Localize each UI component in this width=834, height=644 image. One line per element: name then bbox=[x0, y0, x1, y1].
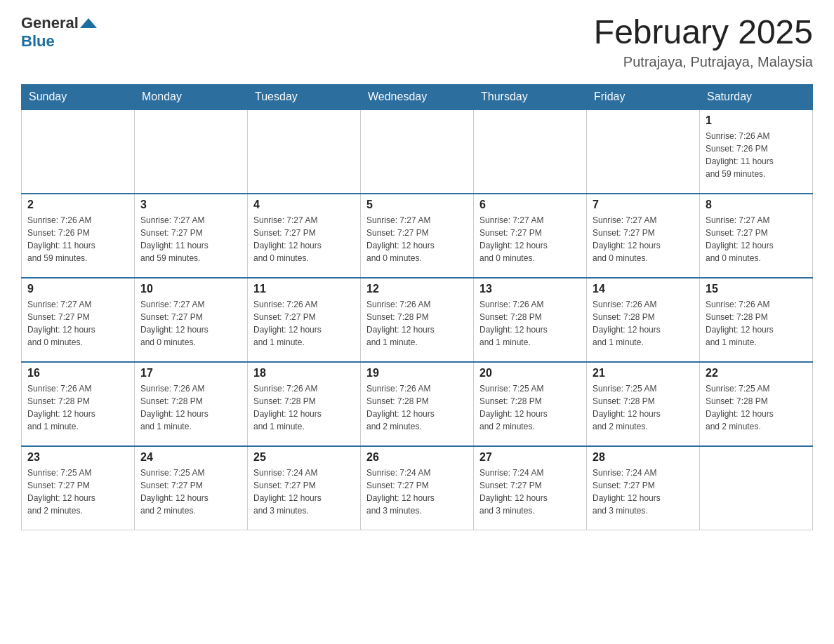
day-number: 21 bbox=[593, 367, 694, 380]
calendar-cell: 11Sunrise: 7:26 AMSunset: 7:27 PMDayligh… bbox=[248, 278, 361, 362]
calendar-cell: 6Sunrise: 7:27 AMSunset: 7:27 PMDaylight… bbox=[474, 194, 587, 278]
calendar-cell: 26Sunrise: 7:24 AMSunset: 7:27 PMDayligh… bbox=[361, 446, 474, 530]
day-info: Sunrise: 7:24 AMSunset: 7:27 PMDaylight:… bbox=[593, 467, 694, 517]
calendar-cell: 17Sunrise: 7:26 AMSunset: 7:28 PMDayligh… bbox=[135, 362, 248, 446]
day-number: 8 bbox=[706, 199, 807, 211]
page-title: February 2025 bbox=[594, 14, 813, 51]
column-header-monday: Monday bbox=[135, 84, 248, 109]
day-info: Sunrise: 7:27 AMSunset: 7:27 PMDaylight:… bbox=[27, 298, 128, 349]
calendar-header-row: SundayMondayTuesdayWednesdayThursdayFrid… bbox=[22, 84, 813, 109]
day-number: 6 bbox=[479, 199, 581, 211]
calendar-cell: 21Sunrise: 7:25 AMSunset: 7:28 PMDayligh… bbox=[587, 362, 700, 446]
calendar-cell: 14Sunrise: 7:26 AMSunset: 7:28 PMDayligh… bbox=[587, 278, 700, 362]
day-number: 26 bbox=[366, 451, 468, 464]
column-header-thursday: Thursday bbox=[474, 84, 587, 109]
calendar-cell: 27Sunrise: 7:24 AMSunset: 7:27 PMDayligh… bbox=[474, 446, 587, 530]
day-number: 22 bbox=[706, 367, 807, 380]
header: General Blue February 2025 Putrajaya, Pu… bbox=[21, 14, 813, 70]
day-number: 5 bbox=[366, 199, 468, 211]
subtitle: Putrajaya, Putrajaya, Malaysia bbox=[594, 54, 813, 70]
day-info: Sunrise: 7:26 AMSunset: 7:28 PMDaylight:… bbox=[27, 382, 128, 433]
day-number: 19 bbox=[366, 367, 468, 380]
day-info: Sunrise: 7:26 AMSunset: 7:26 PMDaylight:… bbox=[706, 130, 807, 180]
calendar-cell: 9Sunrise: 7:27 AMSunset: 7:27 PMDaylight… bbox=[22, 278, 135, 362]
day-info: Sunrise: 7:26 AMSunset: 7:28 PMDaylight:… bbox=[366, 298, 468, 349]
week-row-2: 2Sunrise: 7:26 AMSunset: 7:26 PMDaylight… bbox=[22, 194, 813, 278]
calendar-cell: 5Sunrise: 7:27 AMSunset: 7:27 PMDaylight… bbox=[361, 194, 474, 278]
day-info: Sunrise: 7:24 AMSunset: 7:27 PMDaylight:… bbox=[479, 467, 581, 517]
calendar-cell: 16Sunrise: 7:26 AMSunset: 7:28 PMDayligh… bbox=[22, 362, 135, 446]
calendar-cell bbox=[587, 109, 700, 194]
calendar-cell: 22Sunrise: 7:25 AMSunset: 7:28 PMDayligh… bbox=[700, 362, 813, 446]
column-header-wednesday: Wednesday bbox=[361, 84, 474, 109]
day-number: 25 bbox=[253, 451, 355, 464]
day-info: Sunrise: 7:24 AMSunset: 7:27 PMDaylight:… bbox=[366, 467, 468, 517]
calendar-cell: 23Sunrise: 7:25 AMSunset: 7:27 PMDayligh… bbox=[22, 446, 135, 530]
calendar-cell bbox=[700, 446, 813, 530]
calendar-cell: 15Sunrise: 7:26 AMSunset: 7:28 PMDayligh… bbox=[700, 278, 813, 362]
day-number: 28 bbox=[593, 451, 694, 464]
day-number: 1 bbox=[706, 114, 807, 127]
logo-general: General bbox=[21, 14, 79, 32]
day-info: Sunrise: 7:26 AMSunset: 7:28 PMDaylight:… bbox=[366, 382, 468, 433]
week-row-5: 23Sunrise: 7:25 AMSunset: 7:27 PMDayligh… bbox=[22, 446, 813, 530]
day-number: 20 bbox=[479, 367, 581, 380]
week-row-1: 1Sunrise: 7:26 AMSunset: 7:26 PMDaylight… bbox=[22, 109, 813, 194]
calendar-cell: 7Sunrise: 7:27 AMSunset: 7:27 PMDaylight… bbox=[587, 194, 700, 278]
title-area: February 2025 Putrajaya, Putrajaya, Mala… bbox=[594, 14, 813, 70]
day-info: Sunrise: 7:27 AMSunset: 7:27 PMDaylight:… bbox=[479, 214, 581, 264]
week-row-4: 16Sunrise: 7:26 AMSunset: 7:28 PMDayligh… bbox=[22, 362, 813, 446]
day-number: 24 bbox=[140, 451, 241, 464]
day-info: Sunrise: 7:25 AMSunset: 7:28 PMDaylight:… bbox=[593, 382, 694, 433]
day-info: Sunrise: 7:27 AMSunset: 7:27 PMDaylight:… bbox=[706, 214, 807, 264]
logo: General Blue bbox=[21, 14, 97, 51]
calendar-cell: 3Sunrise: 7:27 AMSunset: 7:27 PMDaylight… bbox=[135, 194, 248, 278]
calendar-cell: 24Sunrise: 7:25 AMSunset: 7:27 PMDayligh… bbox=[135, 446, 248, 530]
day-info: Sunrise: 7:26 AMSunset: 7:27 PMDaylight:… bbox=[253, 298, 355, 349]
day-info: Sunrise: 7:27 AMSunset: 7:27 PMDaylight:… bbox=[366, 214, 468, 264]
day-info: Sunrise: 7:25 AMSunset: 7:27 PMDaylight:… bbox=[27, 467, 128, 517]
day-number: 18 bbox=[253, 367, 355, 380]
day-number: 12 bbox=[366, 283, 468, 295]
day-number: 10 bbox=[140, 283, 241, 295]
day-number: 27 bbox=[479, 451, 581, 464]
calendar-cell: 18Sunrise: 7:26 AMSunset: 7:28 PMDayligh… bbox=[248, 362, 361, 446]
column-header-tuesday: Tuesday bbox=[248, 84, 361, 109]
day-info: Sunrise: 7:26 AMSunset: 7:26 PMDaylight:… bbox=[27, 214, 128, 264]
column-header-saturday: Saturday bbox=[700, 84, 813, 109]
day-info: Sunrise: 7:27 AMSunset: 7:27 PMDaylight:… bbox=[593, 214, 694, 264]
column-header-sunday: Sunday bbox=[22, 84, 135, 109]
calendar-cell: 20Sunrise: 7:25 AMSunset: 7:28 PMDayligh… bbox=[474, 362, 587, 446]
day-number: 15 bbox=[706, 283, 807, 295]
calendar-cell: 12Sunrise: 7:26 AMSunset: 7:28 PMDayligh… bbox=[361, 278, 474, 362]
day-info: Sunrise: 7:26 AMSunset: 7:28 PMDaylight:… bbox=[140, 382, 241, 433]
day-number: 14 bbox=[593, 283, 694, 295]
calendar-cell: 28Sunrise: 7:24 AMSunset: 7:27 PMDayligh… bbox=[587, 446, 700, 530]
day-number: 2 bbox=[27, 199, 128, 211]
day-number: 13 bbox=[479, 283, 581, 295]
calendar-cell: 2Sunrise: 7:26 AMSunset: 7:26 PMDaylight… bbox=[22, 194, 135, 278]
day-info: Sunrise: 7:25 AMSunset: 7:28 PMDaylight:… bbox=[479, 382, 581, 433]
calendar-cell: 4Sunrise: 7:27 AMSunset: 7:27 PMDaylight… bbox=[248, 194, 361, 278]
calendar-cell bbox=[248, 109, 361, 194]
day-info: Sunrise: 7:26 AMSunset: 7:28 PMDaylight:… bbox=[253, 382, 355, 433]
day-number: 23 bbox=[27, 451, 128, 464]
day-number: 11 bbox=[253, 283, 355, 295]
day-info: Sunrise: 7:24 AMSunset: 7:27 PMDaylight:… bbox=[253, 467, 355, 517]
calendar-cell: 25Sunrise: 7:24 AMSunset: 7:27 PMDayligh… bbox=[248, 446, 361, 530]
day-number: 3 bbox=[140, 199, 241, 211]
column-header-friday: Friday bbox=[587, 84, 700, 109]
calendar-cell: 8Sunrise: 7:27 AMSunset: 7:27 PMDaylight… bbox=[700, 194, 813, 278]
day-number: 9 bbox=[27, 283, 128, 295]
day-info: Sunrise: 7:27 AMSunset: 7:27 PMDaylight:… bbox=[140, 214, 241, 264]
week-row-3: 9Sunrise: 7:27 AMSunset: 7:27 PMDaylight… bbox=[22, 278, 813, 362]
calendar-cell: 19Sunrise: 7:26 AMSunset: 7:28 PMDayligh… bbox=[361, 362, 474, 446]
calendar-cell bbox=[22, 109, 135, 194]
calendar-cell bbox=[135, 109, 248, 194]
calendar-cell: 1Sunrise: 7:26 AMSunset: 7:26 PMDaylight… bbox=[700, 109, 813, 194]
day-info: Sunrise: 7:27 AMSunset: 7:27 PMDaylight:… bbox=[140, 298, 241, 349]
day-info: Sunrise: 7:25 AMSunset: 7:28 PMDaylight:… bbox=[706, 382, 807, 433]
calendar-cell bbox=[361, 109, 474, 194]
calendar-cell bbox=[474, 109, 587, 194]
day-info: Sunrise: 7:26 AMSunset: 7:28 PMDaylight:… bbox=[706, 298, 807, 349]
